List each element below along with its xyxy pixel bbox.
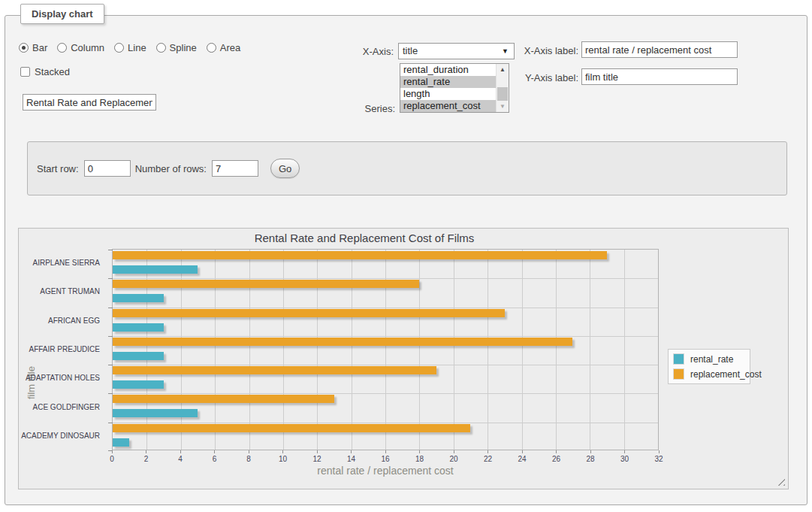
x-tick-mark [556,450,557,453]
series-option[interactable]: length [400,88,496,100]
bar-replacement_cost [113,424,470,432]
start-row-input[interactable] [84,160,131,177]
grid-line [113,308,658,308]
bar-rental_rate [113,380,164,389]
scroll-down-icon[interactable]: ▼ [497,101,509,112]
chart-type-label[interactable]: Area [220,42,240,53]
radio-icon[interactable] [57,43,67,53]
panel-title: Display chart [20,4,104,24]
grid-line [113,278,658,279]
y-tick-mark [108,423,113,423]
x-tick-label: 30 [620,455,629,463]
bar-replacement_cost [113,280,419,288]
stacked-checkbox[interactable] [20,67,30,77]
bar-rental_rate [113,352,164,360]
x-tick-mark [317,450,318,453]
grid-line [556,250,557,450]
legend-entry: rental_rate [673,353,745,365]
series-caption: Series: [291,101,395,117]
stacked-option: Stacked [20,66,70,77]
go-button[interactable]: Go [270,159,300,178]
x-tick-label: 32 [654,455,663,463]
x-tick-label: 0 [110,455,114,463]
chart-type-label[interactable]: Line [128,42,146,53]
chart-type-area[interactable]: Area [207,42,240,53]
legend-label: replacement_cost [690,369,762,380]
category-label: AFRICAN EGG [19,317,100,326]
y-tick-mark [108,393,113,394]
y-axis-label-caption: Y-Axis label: [478,71,578,86]
x-tick-label: 18 [415,455,424,463]
page: Display chart BarColumnLineSplineArea St… [0,0,812,512]
chart-type-label[interactable]: Spline [170,42,197,53]
grid-line [113,336,658,337]
bar-rental_rate [113,294,164,302]
grid-line [488,250,488,450]
radio-icon[interactable] [19,43,29,53]
x-tick-label: 6 [213,455,217,463]
chart-type-label[interactable]: Column [71,42,104,53]
category-label: AGENT TRUMAN [19,287,100,296]
x-tick-mark [249,450,249,453]
x-tick-label: 4 [178,455,183,463]
grid-line [113,365,658,365]
x-tick-mark [419,450,420,453]
chart-title: Rental Rate and Replacement Cost of Film… [91,232,638,244]
radio-icon[interactable] [114,43,124,53]
bar-replacement_cost [113,338,572,346]
x-tick-label: 26 [552,455,560,463]
chart-type-bar[interactable]: Bar [19,42,47,53]
series-option[interactable]: replacement_cost [400,100,496,112]
x-axis-label-caption: X-Axis label: [478,44,578,59]
rows-form: Start row: Number of rows: Go [27,141,787,195]
x-tick-mark [385,450,386,453]
x-tick-mark [590,450,591,453]
num-rows-input[interactable] [212,160,258,177]
x-axis-label-input[interactable] [581,41,738,58]
grid-line [113,393,658,394]
y-axis-label-input[interactable] [581,68,738,85]
chart-legend: rental_ratereplacement_cost [668,349,750,384]
start-row-label: Start row: [37,163,79,174]
grid-line [419,250,420,450]
y-tick-mark [108,250,113,250]
x-tick-label: 16 [381,455,389,463]
x-tick-label: 20 [449,455,457,463]
x-tick-label: 24 [518,455,526,463]
x-tick-mark [624,450,625,453]
radio-icon[interactable] [156,43,166,53]
x-axis-selected-value: title [403,45,418,56]
radio-icon[interactable] [207,43,216,53]
resize-handle-icon[interactable] [777,477,785,486]
bar-replacement_cost [113,251,607,259]
chart-type-label[interactable]: Bar [32,42,47,53]
x-tick-mark [351,450,352,453]
chart-type-spline[interactable]: Spline [156,42,197,53]
y-tick-mark [108,336,113,337]
x-tick-label: 28 [586,455,594,463]
chart-container: Rental Rate and Replacement Cost of Film… [18,228,789,489]
x-tick-label: 2 [144,455,149,463]
x-tick-label: 14 [347,455,355,463]
chart-type-column[interactable]: Column [57,42,104,53]
category-label: ADAPTATION HOLES [19,374,100,383]
category-label: AIRPLANE SIERRA [19,259,100,268]
x-axis-caption: X-Axis: [291,44,394,59]
bar-replacement_cost [113,366,436,374]
chart-type-line[interactable]: Line [114,42,146,53]
stacked-label[interactable]: Stacked [35,66,70,77]
bar-rental_rate [113,323,164,332]
x-tick-label: 8 [246,455,251,463]
y-axis-category-labels: AIRPLANE SIERRAAGENT TRUMANAFRICAN EGGAF… [19,249,106,450]
grid-line [522,250,523,450]
bar-rental_rate [113,438,129,447]
bar-rental_rate [113,409,198,417]
x-tick-mark [659,450,660,453]
x-tick-mark [180,450,181,453]
y-tick-mark [108,308,113,308]
legend-entry: replacement_cost [673,368,745,380]
y-tick-mark [108,278,113,279]
chart-type-options: BarColumnLineSplineArea [19,42,240,53]
x-tick-mark [214,450,215,453]
chart-title-input[interactable] [23,94,156,111]
